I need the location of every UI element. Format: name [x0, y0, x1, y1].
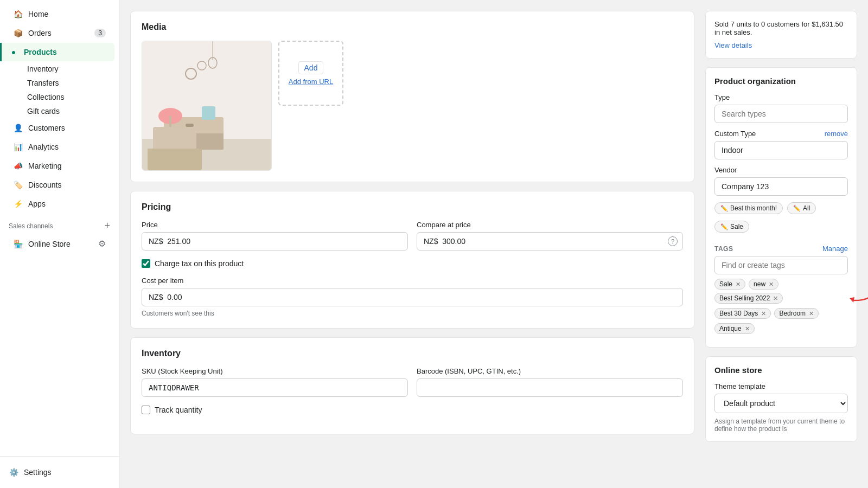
- tag-pills-row-3: Antique ✕: [714, 323, 848, 334]
- add-from-url-link[interactable]: Add from URL: [289, 78, 333, 86]
- compare-price-group: Compare at price ?: [417, 221, 683, 251]
- sidebar-item-analytics[interactable]: 📊 Analytics: [4, 138, 114, 156]
- compare-price-input[interactable]: [417, 232, 683, 251]
- manage-tags-link[interactable]: Manage: [822, 245, 848, 253]
- custom-type-input[interactable]: [714, 141, 848, 159]
- sidebar-sub-inventory[interactable]: Inventory: [23, 62, 119, 76]
- sidebar-nav: 🏠 Home 📦 Orders 3 ● Products Inventory T…: [0, 0, 119, 456]
- price-input[interactable]: [142, 232, 408, 251]
- remove-custom-type-link[interactable]: remove: [825, 130, 848, 138]
- badge-all-label: All: [803, 204, 810, 212]
- pencil-icon-1: ✏️: [720, 205, 728, 212]
- custom-type-label: Custom Type: [714, 130, 756, 138]
- sidebar-item-home[interactable]: 🏠 Home: [4, 5, 114, 23]
- theme-template-label: Theme template: [714, 382, 848, 390]
- svg-rect-10: [169, 116, 171, 127]
- products-icon: ●: [9, 47, 18, 57]
- theme-template-select[interactable]: Default product: [714, 394, 848, 413]
- badge-all[interactable]: ✏️ All: [787, 202, 816, 214]
- price-label: Price: [142, 221, 408, 229]
- sidebar-item-orders-label: Orders: [28, 29, 52, 37]
- tags-container: Sale ✕ new ✕ Best Selling 2022 ✕: [714, 279, 848, 334]
- track-qty-label: Track quantity: [155, 406, 202, 414]
- media-add-box[interactable]: Add Add from URL: [278, 41, 343, 106]
- barcode-group: Barcode (ISBN, UPC, GTIN, etc.): [417, 367, 683, 397]
- sidebar-sub-collections[interactable]: Collections: [23, 90, 119, 104]
- sku-group: SKU (Stock Keeping Unit): [142, 367, 408, 397]
- track-qty-checkbox[interactable]: [142, 406, 150, 414]
- orders-icon: 📦: [13, 28, 23, 38]
- badge-best-this-month[interactable]: ✏️ Best this month!: [714, 202, 783, 214]
- tag-pills-row-2: Best 30 Days ✕ Bedroom ✕: [714, 308, 848, 319]
- settings-icon: ⚙️: [9, 467, 18, 477]
- online-store-settings-icon[interactable]: ⚙: [98, 239, 106, 249]
- tag-best-selling-label: Best Selling 2022: [719, 294, 770, 302]
- sidebar-sub-giftcards[interactable]: Gift cards: [23, 104, 119, 118]
- cost-note: Customers won't see this: [142, 310, 683, 317]
- sku-input[interactable]: [142, 378, 408, 397]
- barcode-input[interactable]: [417, 378, 683, 397]
- cost-input[interactable]: [142, 288, 683, 306]
- content-area: Media: [119, 0, 868, 488]
- tag-best-30-days: Best 30 Days ✕: [714, 308, 771, 319]
- sales-channels-section: Sales channels +: [0, 214, 119, 234]
- sidebar-item-orders[interactable]: 📦 Orders 3: [4, 24, 114, 42]
- apps-icon: ⚡: [13, 199, 23, 209]
- tag-bedroom-label: Bedroom: [779, 310, 806, 317]
- inventory-title: Inventory: [142, 349, 683, 358]
- tag-antique-remove[interactable]: ✕: [745, 325, 750, 332]
- vendor-label: Vendor: [714, 166, 848, 174]
- settings-item[interactable]: ⚙️ Settings: [9, 463, 110, 481]
- media-main-image[interactable]: [142, 41, 272, 171]
- sidebar-item-marketing-label: Marketing: [28, 162, 61, 170]
- tag-antique-label: Antique: [719, 325, 742, 332]
- marketing-icon: 📣: [13, 161, 23, 171]
- type-input[interactable]: [714, 105, 848, 123]
- tag-best-30-remove[interactable]: ✕: [761, 310, 766, 317]
- compare-help-icon[interactable]: ?: [668, 236, 678, 246]
- sidebar-sub-products: Inventory Transfers Collections Gift car…: [0, 62, 119, 118]
- track-qty-row: Track quantity: [142, 406, 683, 414]
- settings-label: Settings: [24, 468, 52, 477]
- left-column: Media: [130, 11, 694, 477]
- sidebar-item-discounts[interactable]: 🏷️ Discounts: [4, 176, 114, 194]
- badge-sale[interactable]: ✏️ Sale: [714, 221, 749, 233]
- tags-label: TAGS: [714, 245, 733, 253]
- analytics-icon: 📊: [13, 142, 23, 152]
- sales-channels-add-icon[interactable]: +: [104, 220, 110, 232]
- sidebar-item-online-store[interactable]: 🏪 Online Store ⚙: [4, 234, 114, 253]
- arrow-annotation: [847, 280, 868, 307]
- tag-sale: Sale ✕: [714, 279, 745, 290]
- product-org-title: Product organization: [714, 76, 848, 86]
- tags-input[interactable]: [714, 256, 848, 274]
- view-details-link[interactable]: View details: [714, 41, 752, 49]
- tag-best-selling-remove[interactable]: ✕: [773, 295, 778, 302]
- home-icon: 🏠: [13, 9, 23, 19]
- sidebar-item-products[interactable]: ● Products: [0, 43, 114, 61]
- sku-barcode-row: SKU (Stock Keeping Unit) Barcode (ISBN, …: [142, 367, 683, 397]
- sidebar-item-apps[interactable]: ⚡ Apps: [4, 195, 114, 213]
- online-store-card: Online store Theme template Default prod…: [705, 356, 857, 442]
- price-row: Price Compare at price ?: [142, 221, 683, 251]
- svg-rect-7: [186, 124, 194, 127]
- svg-rect-8: [186, 138, 194, 141]
- badge-best-month-label: Best this month!: [730, 204, 777, 212]
- barcode-label: Barcode (ISBN, UPC, GTIN, etc.): [417, 367, 683, 375]
- tag-bedroom-remove[interactable]: ✕: [809, 310, 814, 317]
- tag-antique: Antique ✕: [714, 323, 755, 334]
- sku-label: SKU (Stock Keeping Unit): [142, 367, 408, 375]
- product-image: [142, 41, 271, 170]
- vendor-input[interactable]: [714, 177, 848, 196]
- sidebar-sub-transfers[interactable]: Transfers: [23, 76, 119, 90]
- add-media-button[interactable]: Add: [298, 61, 324, 74]
- charge-tax-checkbox[interactable]: [142, 259, 150, 268]
- sales-channels-title: Sales channels: [9, 222, 53, 230]
- sidebar-item-marketing[interactable]: 📣 Marketing: [4, 157, 114, 175]
- tag-sale-remove[interactable]: ✕: [736, 281, 741, 288]
- product-org-card: Product organization Type Custom Type re…: [705, 67, 857, 348]
- sidebar-item-customers[interactable]: 👤 Customers: [4, 119, 114, 137]
- tag-new-remove[interactable]: ✕: [769, 281, 774, 288]
- sidebar: 🏠 Home 📦 Orders 3 ● Products Inventory T…: [0, 0, 119, 488]
- pencil-icon-2: ✏️: [793, 205, 801, 212]
- main-content: Media: [119, 0, 868, 488]
